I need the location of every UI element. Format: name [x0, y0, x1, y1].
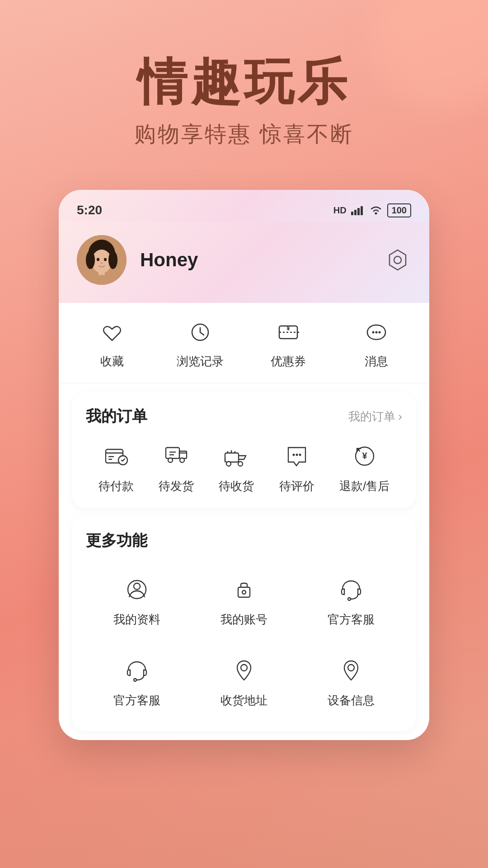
my-account-icon: [228, 574, 260, 605]
phone-mockup: 5:20 HD 100: [59, 190, 429, 740]
orders-title: 我的订单: [86, 406, 147, 427]
feature-customer-service2[interactable]: 官方客服: [86, 646, 188, 717]
action-messages[interactable]: 消息: [340, 316, 413, 369]
svg-point-38: [134, 583, 140, 590]
svg-point-18: [375, 331, 377, 334]
orders-card: 我的订单 我的订单 › 待付款: [72, 392, 416, 508]
order-refund[interactable]: ¥ 退款/售后: [339, 440, 389, 494]
chevron-right-icon: ›: [398, 410, 402, 424]
svg-point-33: [296, 454, 298, 456]
pending-pay-icon: [100, 440, 132, 472]
hero-subtitle: 购物享特惠 惊喜不断: [0, 120, 488, 149]
svg-rect-1: [354, 210, 357, 215]
action-history[interactable]: 浏览记录: [164, 316, 236, 369]
svg-point-19: [378, 331, 380, 334]
history-icon: [184, 316, 216, 348]
order-pending-receive[interactable]: 待收货: [219, 440, 254, 494]
pending-pay-label: 待付款: [99, 478, 134, 494]
svg-point-34: [299, 454, 301, 456]
svg-point-41: [348, 598, 351, 600]
device-info-label: 设备信息: [328, 693, 375, 708]
svg-point-44: [348, 665, 354, 671]
svg-point-32: [292, 454, 295, 456]
pending-ship-icon: [160, 440, 192, 472]
svg-point-28: [180, 458, 184, 462]
more-features-card: 更多功能 我的资料: [72, 517, 416, 731]
svg-rect-2: [357, 208, 360, 215]
favorites-icon: [96, 316, 128, 348]
customer-service1-label: 官方客服: [328, 612, 375, 627]
svg-point-42: [134, 679, 136, 681]
more-features-header: 更多功能: [86, 530, 402, 551]
shipping-address-label: 收货地址: [221, 693, 267, 708]
battery-indicator: 100: [387, 203, 411, 217]
order-pending-ship[interactable]: 待发货: [159, 440, 194, 494]
bottom-decoration: [0, 732, 488, 868]
orders-link[interactable]: 我的订单 ›: [348, 409, 402, 425]
svg-point-31: [238, 462, 243, 466]
hero-section: 情趣玩乐 购物享特惠 惊喜不断: [0, 0, 488, 176]
svg-point-13: [394, 256, 401, 264]
svg-rect-0: [351, 212, 353, 215]
svg-rect-22: [166, 448, 179, 458]
feature-customer-service1[interactable]: 官方客服: [300, 565, 402, 637]
action-favorites[interactable]: 收藏: [76, 316, 148, 369]
hd-icon: HD: [333, 205, 347, 216]
svg-point-10: [97, 258, 99, 261]
my-account-label: 我的账号: [221, 612, 267, 627]
avatar-image: [77, 235, 127, 285]
messages-label: 消息: [365, 354, 388, 369]
svg-point-4: [375, 212, 377, 215]
device-info-icon: [335, 655, 367, 686]
pending-receive-label: 待收货: [219, 478, 254, 494]
more-features-title: 更多功能: [86, 530, 147, 551]
svg-rect-23: [179, 451, 187, 458]
pending-receive-icon: [221, 440, 252, 472]
customer-service1-icon: [335, 574, 367, 605]
pending-review-icon: [281, 440, 313, 472]
status-icons: HD 100: [333, 203, 411, 217]
my-profile-icon: [121, 574, 153, 605]
svg-point-9: [108, 251, 117, 269]
signal-icon: [351, 205, 365, 215]
shipping-address-icon: [228, 655, 260, 686]
settings-hex-icon: [385, 247, 410, 273]
svg-point-8: [86, 251, 95, 269]
feature-grid: 我的资料 我的账号: [86, 565, 402, 717]
order-items-list: 待付款 待发货: [86, 440, 402, 494]
feature-shipping-address[interactable]: 收货地址: [193, 646, 296, 717]
feature-device-info[interactable]: 设备信息: [300, 646, 402, 717]
order-pending-review[interactable]: 待评价: [279, 440, 314, 494]
feature-my-account[interactable]: 我的账号: [193, 565, 296, 637]
profile-header: Honey: [59, 222, 429, 303]
hero-title: 情趣玩乐: [0, 54, 488, 109]
svg-point-27: [168, 458, 173, 462]
svg-rect-39: [238, 587, 250, 597]
settings-button[interactable]: [384, 246, 411, 274]
svg-text:¥: ¥: [286, 325, 290, 332]
feature-my-profile[interactable]: 我的资料: [86, 565, 188, 637]
my-profile-label: 我的资料: [113, 612, 160, 627]
refund-label: 退款/售后: [339, 478, 389, 494]
wifi-icon: [369, 205, 383, 215]
svg-point-17: [372, 331, 374, 334]
svg-rect-29: [225, 453, 239, 462]
username: Honey: [140, 249, 198, 271]
avatar[interactable]: [77, 235, 127, 285]
status-time: 5:20: [77, 203, 102, 217]
svg-point-43: [241, 665, 247, 671]
history-label: 浏览记录: [177, 354, 224, 369]
coupons-label: 优惠券: [271, 354, 306, 369]
profile-left: Honey: [77, 235, 198, 285]
order-pending-pay[interactable]: 待付款: [99, 440, 134, 494]
status-bar: 5:20 HD 100: [59, 190, 429, 222]
svg-point-30: [226, 462, 231, 466]
customer-service2-icon: [121, 655, 153, 686]
pending-review-label: 待评价: [279, 478, 314, 494]
svg-rect-3: [361, 206, 363, 215]
pending-ship-label: 待发货: [159, 478, 194, 494]
messages-icon: [361, 316, 392, 348]
refund-icon: ¥: [349, 440, 380, 472]
action-coupons[interactable]: ¥ 优惠券: [252, 316, 324, 369]
customer-service2-label: 官方客服: [113, 693, 160, 708]
